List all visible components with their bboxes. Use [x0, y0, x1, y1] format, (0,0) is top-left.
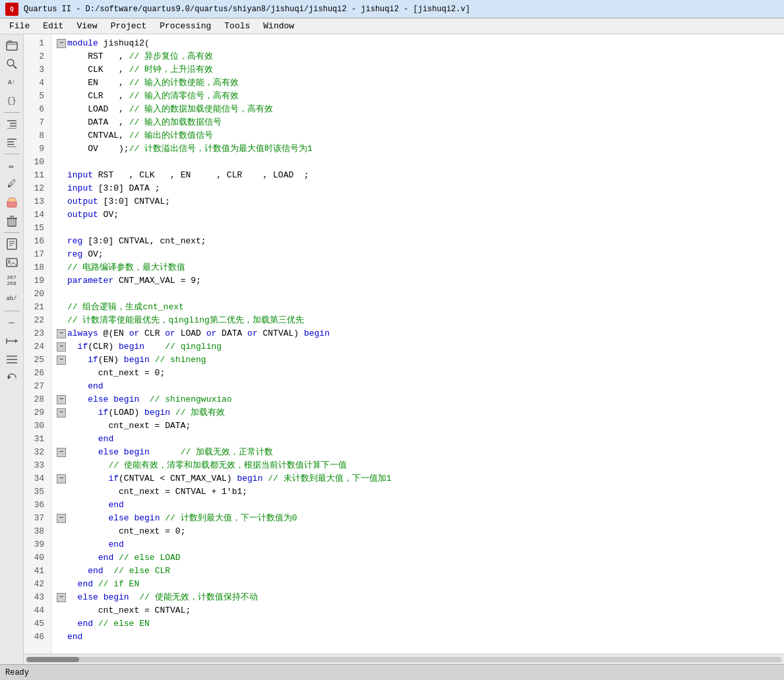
code-token: // 输入的加载数据信号 — [129, 116, 222, 129]
toolbar-btn-braces[interactable]: {} — [3, 92, 21, 109]
line-numbers: 1234567891011121314151617181920212223242… — [24, 34, 51, 654]
code-line-30: cnt_next = DATA; — [57, 419, 779, 433]
line-num-46: 46 — [26, 631, 47, 644]
code-token: jishuqi2( — [104, 37, 150, 50]
line-num-21: 21 — [26, 301, 47, 314]
collapse-marker-34[interactable]: − — [57, 474, 66, 483]
line-num-27: 27 — [26, 380, 47, 393]
code-token: if — [78, 340, 88, 354]
code-token: // shineng — [150, 354, 206, 367]
code-token — [67, 433, 98, 446]
code-token: (CNTVAL < CNT_MAX_VAL) — [119, 472, 237, 485]
code-token: (CLR) — [88, 340, 119, 354]
toolbar-btn-undo[interactable] — [3, 369, 21, 386]
line-num-31: 31 — [26, 433, 47, 446]
code-line-38: cnt_next = 0; — [57, 525, 779, 538]
code-token: [3:0] DATA ; — [98, 182, 160, 195]
toolbar-btn-arrow[interactable] — [3, 332, 21, 350]
menu-item-view[interactable]: View — [70, 20, 104, 32]
code-token: @(EN — [104, 327, 129, 340]
line-num-15: 15 — [26, 222, 47, 235]
toolbar-btn-search[interactable] — [3, 55, 21, 73]
line-num-8: 8 — [26, 129, 47, 142]
code-line-24: − if(CLR) begin // qingling — [57, 340, 779, 354]
code-token: else — [98, 446, 124, 459]
code-token: // 计数清零使能最优先，qingling第二优先，加载第三优先 — [67, 314, 304, 327]
code-line-43: − else begin // 使能无效，计数值保持不动 — [57, 591, 779, 604]
app-logo: Q — [5, 3, 18, 16]
toolbar-btn-delete[interactable] — [3, 212, 21, 230]
menu-item-window[interactable]: Window — [256, 20, 301, 32]
menu-item-tools[interactable]: Tools — [218, 20, 256, 32]
horizontal-scrollbar[interactable] — [24, 654, 784, 664]
collapse-marker-28[interactable]: − — [57, 395, 66, 404]
collapse-marker-37[interactable]: − — [57, 514, 66, 523]
menu-item-edit[interactable]: Edit — [36, 20, 70, 32]
toolbar-btn-pencil[interactable]: ✏️ — [3, 157, 21, 174]
line-num-42: 42 — [26, 578, 47, 591]
toolbar-btn-eraser[interactable] — [3, 194, 21, 211]
line-num-35: 35 — [26, 485, 47, 499]
svg-marker-25 — [15, 339, 18, 343]
collapse-marker-29[interactable]: − — [57, 408, 66, 417]
collapse-marker-43[interactable]: − — [57, 593, 66, 602]
code-line-12: input [3:0] DATA ; — [57, 182, 779, 195]
code-token: cnt_next = CNTVAL + 1'b1; — [67, 485, 247, 499]
menu-item-file[interactable]: File — [3, 20, 36, 32]
code-token: begin — [104, 591, 129, 604]
code-token: // else EN — [93, 617, 150, 631]
line-num-16: 16 — [26, 235, 47, 248]
code-line-23: −always @(EN or CLR or LOAD or DATA or C… — [57, 327, 779, 340]
line-num-24: 24 — [26, 340, 47, 354]
code-token — [67, 393, 88, 406]
code-area[interactable]: −module jishuqi2( RST , // 异步复位，高有效 CLK … — [51, 34, 784, 654]
code-token: cnt_next = 0; — [67, 367, 165, 380]
code-line-35: cnt_next = CNTVAL + 1'b1; — [57, 485, 779, 499]
code-line-11: input RST , CLK , EN , CLR , LOAD ; — [57, 169, 779, 182]
code-token: or — [165, 327, 180, 340]
toolbar-btn-lines[interactable] — [3, 351, 21, 368]
code-token: CNT_MAX_VAL = 9; — [119, 274, 201, 288]
collapse-marker-23[interactable]: − — [57, 329, 66, 338]
code-token: EN , — [67, 77, 129, 90]
code-token — [67, 499, 108, 512]
collapse-marker-32[interactable]: − — [57, 448, 66, 457]
code-line-4: EN , // 输入的计数使能，高有效 — [57, 77, 779, 90]
collapse-marker-1[interactable]: − — [57, 39, 66, 48]
toolbar-btn-pen2[interactable]: 🖊 — [3, 175, 21, 193]
code-token: if — [98, 406, 109, 419]
code-token: CLR , — [67, 90, 129, 103]
code-token: LOAD — [181, 327, 206, 340]
code-token: // 计数溢出信号，计数值为最大值时该信号为1 — [129, 142, 313, 156]
collapse-marker-24[interactable]: − — [57, 342, 66, 352]
toolbar-btn-bookmark[interactable] — [3, 235, 21, 253]
code-token: CLR — [144, 327, 165, 340]
status-text: Ready — [5, 668, 29, 677]
toolbar-btn-textmode[interactable]: ab/ — [3, 291, 21, 308]
menu-item-project[interactable]: Project — [104, 20, 154, 32]
line-num-44: 44 — [26, 604, 47, 617]
line-num-3: 3 — [26, 63, 47, 77]
code-token: end — [88, 380, 103, 393]
code-line-14: output OV; — [57, 208, 779, 222]
code-token: end — [78, 617, 93, 631]
svg-rect-11 — [7, 202, 16, 207]
line-num-28: 28 — [26, 393, 47, 406]
toolbar-btn-indent[interactable] — [3, 115, 21, 133]
toolbar-btn-pagenum[interactable]: 267268 — [3, 272, 21, 290]
toolbar-btn-open[interactable] — [3, 37, 21, 54]
code-line-36: end — [57, 499, 779, 512]
editor-scroll[interactable]: 1234567891011121314151617181920212223242… — [24, 34, 784, 654]
code-line-10 — [57, 156, 779, 169]
toolbar-btn-image[interactable] — [3, 254, 21, 271]
collapse-marker-25[interactable]: − — [57, 355, 66, 365]
toolbar-sep-2 — [4, 154, 20, 154]
code-token: // if EN — [93, 578, 139, 591]
svg-rect-17 — [7, 239, 16, 249]
menu-item-processing[interactable]: Processing — [153, 20, 218, 32]
toolbar-btn-line[interactable]: — — [3, 314, 21, 331]
code-line-32: − else begin // 加载无效，正常计数 — [57, 446, 779, 459]
toolbar-btn-outdent[interactable] — [3, 134, 21, 151]
toolbar-btn-font[interactable]: A↑ — [3, 74, 21, 91]
line-num-45: 45 — [26, 617, 47, 631]
